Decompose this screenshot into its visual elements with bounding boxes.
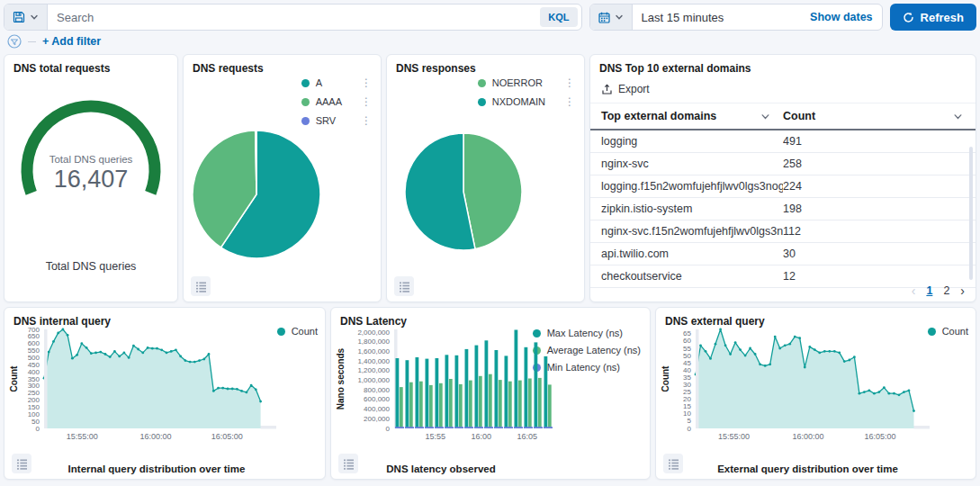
svg-text:1,200,000: 1,200,000: [357, 366, 390, 374]
table-row[interactable]: nginx-svc.f15n2womfujehfjlwv0lgs3no... 1…: [590, 220, 976, 243]
legend-item-menu-icon[interactable]: ⋮: [552, 95, 575, 108]
legend-item[interactable]: A ⋮: [301, 76, 372, 89]
domains-table-body: logging 491 nginx-svc 258 logging.f15n2w…: [590, 130, 976, 288]
svg-text:16:05:00: 16:05:00: [864, 432, 895, 441]
legend-item[interactable]: SRV ⋮: [301, 114, 372, 127]
legend-toggle-button[interactable]: [12, 454, 31, 473]
export-label: Export: [618, 83, 650, 95]
panel-title: DNS responses: [387, 55, 584, 75]
svg-text:250: 250: [28, 389, 40, 397]
page-numbers: 12: [926, 284, 949, 297]
svg-text:400: 400: [28, 368, 40, 376]
filter-divider: [28, 41, 36, 42]
legend-toggle-button[interactable]: [394, 276, 414, 296]
panel-dns-external-query: DNS external query Count 051015202530354…: [655, 307, 976, 480]
page-number[interactable]: 2: [943, 284, 949, 297]
legend-label: SRV: [316, 115, 336, 126]
panel-dns-internal-query: DNS internal query Count 050100150200250…: [4, 307, 326, 480]
search-input[interactable]: [48, 11, 540, 24]
calendar-button[interactable]: [590, 4, 633, 30]
legend-item-menu-icon[interactable]: ⋮: [552, 76, 575, 89]
svg-text:700: 700: [28, 326, 40, 334]
date-picker: Last 15 minutes Show dates: [589, 4, 883, 31]
time-range-label[interactable]: Last 15 minutes: [633, 11, 811, 24]
legend-item[interactable]: NOERROR ⋮: [478, 76, 575, 89]
chevron-down-icon: [953, 112, 963, 122]
svg-text:300: 300: [28, 382, 40, 390]
legend-toggle-button[interactable]: [191, 276, 211, 296]
list-icon: [399, 281, 410, 292]
svg-text:Count: Count: [9, 365, 19, 392]
svg-text:5: 5: [688, 417, 692, 425]
svg-text:15:55:00: 15:55:00: [67, 432, 98, 441]
add-filter-link[interactable]: + Add filter: [42, 35, 101, 48]
svg-text:35: 35: [683, 374, 691, 382]
list-icon: [195, 281, 207, 292]
next-page-icon[interactable]: ›: [960, 284, 965, 297]
count-cell: 198: [783, 202, 965, 215]
table-row[interactable]: zipkin.istio-system 198: [590, 198, 976, 220]
count-cell: 30: [783, 248, 965, 260]
legend-label: A: [316, 77, 322, 88]
svg-text:1,400,000: 1,400,000: [357, 357, 390, 365]
kql-badge[interactable]: KQL: [540, 7, 577, 27]
page-number[interactable]: 1: [926, 284, 932, 297]
legend-dot: [478, 98, 486, 106]
legend-dot: [301, 98, 310, 106]
table-row[interactable]: logging.f15n2womfujehfjlwv0lgs3nog.... 2…: [590, 176, 976, 198]
save-query-button[interactable]: [4, 4, 48, 30]
count-cell: 112: [783, 225, 965, 238]
svg-text:150: 150: [28, 403, 40, 411]
refresh-button[interactable]: Refresh: [890, 4, 976, 31]
table-row[interactable]: api.twilio.com 30: [590, 243, 976, 266]
svg-text:0: 0: [688, 425, 692, 433]
svg-text:55: 55: [683, 345, 691, 353]
list-icon: [16, 458, 28, 470]
refresh-label: Refresh: [921, 11, 964, 24]
legend-dot: [301, 117, 310, 125]
panel-dns-total-requests: DNS total requests Total DNS queries 16,…: [4, 54, 178, 302]
svg-text:Count: Count: [661, 365, 670, 392]
pagination: ‹ 12 ›: [912, 284, 965, 297]
table-row[interactable]: logging 491: [590, 130, 976, 153]
legend-dot: [301, 79, 310, 87]
legend-item[interactable]: NXDOMAIN ⋮: [478, 95, 575, 108]
legend-item-menu-icon[interactable]: ⋮: [348, 76, 372, 89]
svg-text:500: 500: [28, 354, 40, 362]
top-bar: KQL Last 15 minutes Show dates Refresh: [0, 0, 980, 31]
count-cell: 491: [783, 135, 965, 148]
legend-label: Average Latency (ns): [547, 345, 641, 356]
column-header-count[interactable]: Count: [783, 110, 965, 122]
count-cell: 224: [783, 180, 965, 193]
svg-text:650: 650: [28, 332, 40, 340]
legend-label: NOERROR: [492, 77, 543, 88]
svg-text:40: 40: [683, 366, 691, 374]
column-header-domains[interactable]: Top external domains: [601, 110, 783, 122]
svg-text:20: 20: [683, 395, 691, 403]
svg-text:30: 30: [683, 381, 691, 389]
domain-cell: logging: [601, 135, 783, 148]
legend-label: AAAA: [316, 96, 342, 107]
panel-dns-requests: DNS requests A ⋮ AAAA ⋮ SRV ⋮: [183, 54, 382, 302]
svg-text:50: 50: [31, 418, 40, 426]
svg-text:60: 60: [683, 337, 691, 345]
legend-dot: [478, 79, 486, 87]
svg-text:Total DNS queries: Total DNS queries: [49, 154, 133, 165]
panel-title: DNS Top 10 external domains: [590, 55, 976, 75]
table-scrollbar[interactable]: [969, 147, 973, 280]
legend-toggle-button[interactable]: [663, 454, 683, 473]
search-bar: KQL: [4, 4, 582, 31]
legend-item-menu-icon[interactable]: ⋮: [348, 95, 372, 108]
legend-item[interactable]: AAAA ⋮: [301, 95, 372, 108]
previous-page-icon[interactable]: ‹: [912, 284, 916, 297]
legend-item-menu-icon[interactable]: ⋮: [348, 114, 372, 127]
svg-text:16:05: 16:05: [517, 432, 538, 441]
export-button[interactable]: Export: [590, 75, 976, 104]
legend-toggle-button[interactable]: [338, 454, 358, 473]
svg-text:25: 25: [683, 388, 691, 396]
svg-text:15:55:00: 15:55:00: [718, 432, 750, 441]
dashboard-row-1: DNS total requests Total DNS queries 16,…: [0, 54, 980, 302]
table-row[interactable]: nginx-svc 258: [590, 153, 976, 176]
filter-icon[interactable]: [7, 34, 22, 49]
show-dates-link[interactable]: Show dates: [810, 11, 881, 23]
